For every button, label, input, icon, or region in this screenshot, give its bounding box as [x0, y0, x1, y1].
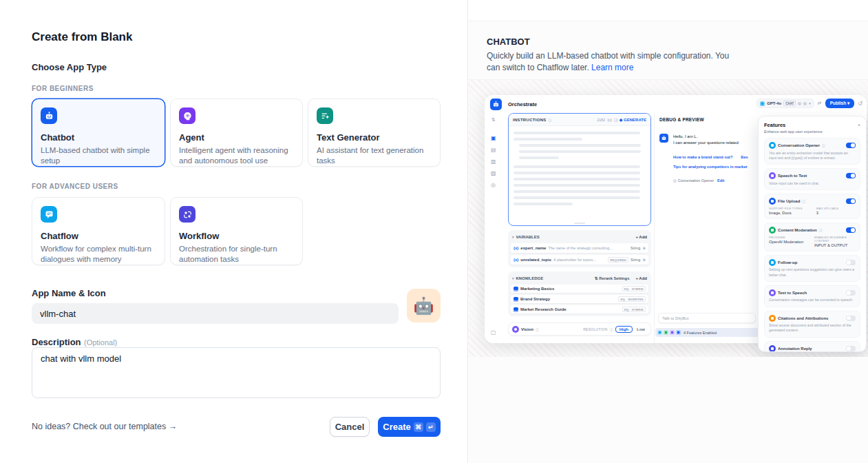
learn-more-link[interactable]: Learn more: [591, 63, 633, 72]
features-header: Features ×: [764, 122, 860, 128]
knowledge-row: Market Research Guide HQ · HYBRID: [511, 305, 648, 313]
orchestrate-title: Orchestrate: [508, 101, 537, 107]
app-type-card-text-generator[interactable]: Text Generator AI assistant for text gen…: [308, 99, 441, 167]
feature-toggle: [846, 198, 856, 204]
create-app-dialog: Create from Blank Choose App Type FOR BE…: [0, 0, 467, 463]
app-type-name: Text Generator: [317, 132, 432, 143]
conversation-opener-icon: [769, 142, 776, 149]
app-type-name: Agent: [179, 132, 294, 143]
agent-icon: [179, 107, 195, 124]
add-variable-button: + Add: [635, 235, 647, 239]
model-mode-badge: CHAT: [783, 101, 796, 106]
variables-brace-icon: {x}: [607, 118, 611, 122]
resolution-low-option: Low: [635, 327, 647, 331]
dialog-title: Create from Blank: [32, 30, 132, 44]
feature-dot-icon: [664, 330, 668, 335]
feature-item-citations: Citations and Attributions Show source d…: [764, 311, 860, 338]
app-type-card-agent[interactable]: Agent Intelligent agent with reasoning a…: [170, 99, 303, 167]
column-divider: [654, 113, 655, 343]
model-selector: GPT-4o CHAT ▾: [756, 99, 814, 108]
feature-toggle: [846, 227, 856, 233]
collapse-icon: ▾: [512, 235, 514, 239]
required-badge: REQUIRED: [608, 257, 628, 263]
swap-model-icon: ⇄: [818, 101, 822, 106]
app-type-name: Chatbot: [41, 132, 156, 143]
app-type-name: Chatflow: [41, 231, 156, 241]
knowledge-section: ▾ KNOWLEDGE ⇅ Rerank Settings + Add Mark…: [508, 271, 651, 316]
app-type-card-chatflow[interactable]: Chatflow Workflow for complex multi-turn…: [32, 197, 165, 265]
feature-toggle: [846, 346, 856, 351]
history-icon: ↺: [858, 101, 862, 107]
opener-edit-link: Edit: [717, 178, 724, 183]
close-icon: ×: [858, 123, 860, 127]
app-type-name: Workflow: [179, 231, 294, 241]
text-generator-icon: [317, 107, 333, 124]
feature-toggle: [846, 260, 856, 265]
retrieval-badge: HQ · HYBRID: [622, 286, 646, 291]
description-label-row: Description (Optional): [32, 336, 117, 348]
feature-item-speech-to-text: Speech to Text Voice input can be used i…: [764, 168, 860, 190]
sidebar-doc-icon: ▥: [491, 158, 496, 165]
info-icon: ⓘ: [802, 199, 805, 203]
vision-row: Vision ⓘ RESOLUTION ⓘ High Low: [508, 322, 651, 336]
feature-dot-icon: [670, 330, 675, 335]
preview-type-title: CHATBOT: [487, 37, 530, 47]
file-upload-icon: [769, 198, 776, 205]
info-icon: ⓘ: [822, 143, 825, 147]
app-icon-picker[interactable]: 🤖: [407, 289, 441, 322]
feature-item-conversation-opener: Conversation Opener ⓘ You are an entity …: [764, 138, 860, 165]
app-type-card-chatbot[interactable]: Chatbot LLM-based chatbot with simple se…: [32, 99, 165, 167]
variables-section: ▾ VARIABLES + Add {x} expert_name The na…: [508, 230, 651, 267]
retrieval-badge: HQ · HYBRID: [622, 307, 646, 312]
app-type-card-workflow[interactable]: Workflow Orchestration for single-turn a…: [170, 197, 303, 265]
chevron-down-icon: ▾: [809, 101, 811, 105]
copy-icon: ❏: [614, 118, 617, 122]
bot-avatar: [659, 134, 668, 143]
app-name-input[interactable]: [32, 303, 399, 324]
model-provider-icon: [760, 101, 765, 106]
templates-link[interactable]: No ideas? Check out our templates →: [32, 422, 177, 431]
add-knowledge-button: + Add: [635, 276, 647, 280]
feature-dot-icon: [676, 330, 681, 335]
variable-type-icon: ⊕: [642, 246, 646, 250]
app-type-desc: AI assistant for text generation tasks: [317, 145, 432, 166]
feature-toggle: [846, 316, 856, 321]
opener-icon: ◎: [673, 178, 677, 183]
info-icon: ⓘ: [819, 228, 823, 232]
enter-key-icon: ↵: [426, 422, 436, 432]
features-enabled-pill: 4 Features Enabled: [655, 328, 759, 337]
feature-item-content-moderation: Content Moderation ⓘ PROVIDER OpenAI Mod…: [764, 223, 860, 251]
rerank-settings-button: ⇅ Rerank Settings: [595, 276, 630, 280]
text-to-speech-icon: [769, 289, 776, 296]
feature-item-annotation-reply: Annotation Reply: [764, 341, 860, 352]
resolution-high-option: High: [615, 326, 633, 333]
variable-type-icon: ⊕: [642, 258, 646, 262]
app-name-label: App Name & Icon: [32, 288, 106, 298]
cancel-button[interactable]: Cancel: [330, 417, 370, 437]
sidebar-image-icon: ▤: [491, 147, 496, 153]
feature-toggle: [846, 290, 856, 296]
description-textarea[interactable]: chat with vllm model: [32, 347, 441, 398]
chatbot-icon: [41, 107, 57, 124]
knowledge-row: Marketing Basics HQ · HYBRID: [511, 285, 648, 293]
create-button[interactable]: Create ⌘ ↵: [378, 417, 441, 437]
speech-to-text-icon: [769, 172, 776, 179]
knowledge-row: Brand Strategy HQ · INVERTED: [511, 295, 648, 303]
sidebar-active-icon: ▣: [491, 135, 496, 141]
cmd-key-icon: ⌘: [414, 422, 423, 432]
follow-up-icon: [769, 259, 776, 266]
model-param-icon: [803, 102, 807, 105]
sidebar-note-icon: ▧: [491, 170, 496, 176]
dataset-icon: [514, 297, 518, 302]
suggestion-row: Tips for analyzing competitors in market: [673, 165, 760, 169]
sidebar-globe-icon: ◎: [491, 182, 496, 188]
drag-handle: [574, 223, 585, 224]
workflow-icon: [179, 206, 195, 223]
app-type-desc: Intelligent agent with reasoning and aut…: [179, 145, 294, 166]
feature-item-follow-up: Follow-up Setting up next questions sugg…: [764, 255, 860, 282]
app-type-desc: LLM-based chatbot with simple setup: [41, 145, 156, 166]
vision-icon: [512, 326, 519, 333]
arrow-right-icon: →: [169, 422, 178, 431]
publish-button: Publish ▾: [825, 99, 855, 108]
for-advanced-label: FOR ADVANCED USERS: [32, 183, 118, 190]
